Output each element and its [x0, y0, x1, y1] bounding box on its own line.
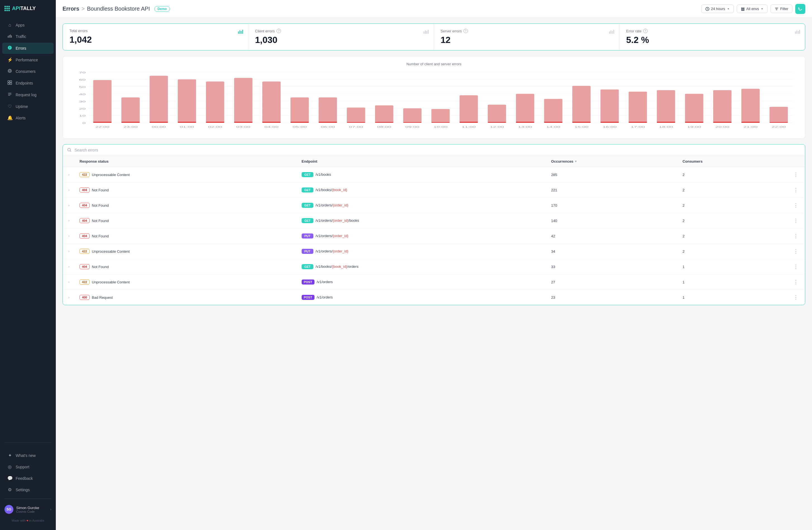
- td-response: 400 Bad Request: [75, 290, 297, 305]
- whats-new-icon: ✦: [7, 453, 12, 458]
- expand-button[interactable]: ›: [67, 218, 71, 224]
- svg-rect-69: [375, 105, 393, 123]
- td-endpoint: GET/v1/books/{book_id}/orders: [297, 259, 547, 275]
- td-consumers: 1: [678, 275, 787, 290]
- more-button[interactable]: ⋮: [791, 247, 800, 255]
- svg-rect-54: [149, 122, 168, 123]
- expand-button[interactable]: ›: [67, 172, 71, 178]
- expand-button[interactable]: ›: [67, 264, 71, 270]
- svg-rect-17: [238, 31, 239, 34]
- sidebar-item-consumers[interactable]: Consumers: [2, 66, 54, 77]
- sidebar-item-label: Performance: [16, 58, 38, 62]
- td-response: 404 Not Found: [75, 198, 297, 213]
- svg-rect-11: [8, 94, 12, 94]
- more-button[interactable]: ⋮: [791, 201, 800, 209]
- sidebar-item-whats-new[interactable]: ✦ What's new: [2, 450, 54, 461]
- method-badge: GET: [302, 264, 313, 269]
- svg-rect-85: [600, 90, 619, 123]
- th-occurrences[interactable]: Occurrences ▼: [547, 156, 678, 167]
- svg-text:50: 50: [79, 85, 86, 88]
- user-info: Simon Gurcke Cosmic Code: [16, 506, 47, 513]
- sidebar-item-uptime[interactable]: ♡ Uptime: [2, 101, 54, 112]
- sidebar-item-endpoints[interactable]: Endpoints: [2, 77, 54, 89]
- sidebar-user[interactable]: SG Simon Gurcke Cosmic Code ›: [0, 502, 56, 517]
- svg-text:12:00: 12:00: [490, 125, 504, 128]
- more-button[interactable]: ⋮: [791, 263, 800, 271]
- td-expand: ›: [63, 213, 75, 229]
- time-filter-button[interactable]: 24 hours: [701, 4, 734, 13]
- status-badge: 404: [79, 264, 90, 269]
- more-button[interactable]: ⋮: [791, 232, 800, 240]
- sidebar-item-request-log[interactable]: Request log: [2, 89, 54, 100]
- env-filter-button[interactable]: All envs: [737, 4, 768, 13]
- expand-button[interactable]: ›: [67, 248, 71, 254]
- sidebar-item-errors[interactable]: Errors: [2, 43, 54, 54]
- sidebar-item-feedback[interactable]: 💬 Feedback: [2, 473, 54, 484]
- table-row: › 404 Not Found GET/v1/books/{book_id} 2…: [63, 182, 805, 198]
- svg-text:04:00: 04:00: [264, 125, 279, 128]
- svg-rect-23: [426, 31, 427, 34]
- status-badge: 400: [79, 295, 90, 300]
- table-search-bar: [63, 145, 805, 156]
- td-endpoint: GET/v1/orders/{order_id}/books: [297, 213, 547, 229]
- layers-icon: [741, 7, 745, 11]
- error-rows: › 422 Unprocessable Content GET/v1/books…: [63, 167, 805, 305]
- more-button[interactable]: ⋮: [791, 186, 800, 194]
- td-endpoint: PUT/v1/orders/{order_id}: [297, 244, 547, 259]
- status-label: Bad Request: [92, 295, 113, 299]
- info-icon: ?: [643, 29, 648, 33]
- svg-point-124: [68, 148, 71, 151]
- sidebar-item-support[interactable]: ◎ Support: [2, 461, 54, 472]
- svg-rect-87: [629, 92, 647, 123]
- td-response: 404 Not Found: [75, 182, 297, 198]
- more-button[interactable]: ⋮: [791, 217, 800, 225]
- svg-rect-76: [460, 122, 478, 123]
- chart-title: Number of client and server errors: [68, 62, 799, 66]
- svg-rect-24: [428, 30, 429, 34]
- sidebar-item-performance[interactable]: ⚡ Performance: [2, 54, 54, 65]
- endpoint-path: /v1/orders/: [316, 218, 333, 223]
- td-expand: ›: [63, 182, 75, 198]
- svg-rect-65: [319, 97, 337, 123]
- sidebar-item-settings[interactable]: ⚙ Settings: [2, 484, 54, 495]
- td-occurrences: 42: [547, 229, 678, 244]
- filter-button[interactable]: Filter: [770, 4, 793, 13]
- consumers-icon: [7, 69, 12, 74]
- expand-button[interactable]: ›: [67, 294, 71, 300]
- sidebar-item-label: Consumers: [16, 69, 36, 74]
- expand-button[interactable]: ›: [67, 279, 71, 285]
- svg-rect-79: [516, 94, 534, 123]
- expand-button[interactable]: ›: [67, 187, 71, 193]
- td-expand: ›: [63, 198, 75, 213]
- breadcrumb-api-name: Boundless Bookstore API: [87, 5, 150, 12]
- expand-button[interactable]: ›: [67, 233, 71, 239]
- td-consumers: 2: [678, 244, 787, 259]
- td-occurrences: 221: [547, 182, 678, 198]
- status-label: Unprocessable Content: [92, 249, 130, 253]
- total-errors-value: 1,042: [70, 34, 241, 45]
- stat-total-errors: Total errors 1,042: [63, 24, 248, 50]
- svg-rect-84: [572, 122, 591, 123]
- search-input[interactable]: [74, 148, 800, 152]
- home-icon: ⌂: [7, 23, 12, 28]
- td-occurrences: 285: [547, 167, 678, 182]
- svg-rect-82: [544, 122, 563, 123]
- refresh-button[interactable]: [795, 4, 805, 14]
- svg-text:16:00: 16:00: [603, 125, 617, 128]
- sidebar-item-apps[interactable]: ⌂ Apps: [2, 20, 54, 30]
- sidebar-item-traffic[interactable]: Traffic: [2, 31, 54, 42]
- more-button[interactable]: ⋮: [791, 171, 800, 179]
- sidebar-item-alerts[interactable]: 🔔 Alerts: [2, 113, 54, 123]
- more-button[interactable]: ⋮: [791, 278, 800, 286]
- svg-rect-15: [741, 9, 744, 10]
- svg-rect-58: [206, 122, 224, 123]
- search-icon: [67, 148, 72, 152]
- svg-text:10:00: 10:00: [434, 125, 448, 128]
- svg-rect-97: [770, 107, 788, 123]
- more-button[interactable]: ⋮: [791, 293, 800, 301]
- sidebar-item-label: Support: [16, 465, 29, 469]
- request-log-icon: [7, 92, 12, 98]
- expand-button[interactable]: ›: [67, 202, 71, 208]
- method-badge: PUT: [302, 249, 313, 254]
- svg-rect-22: [425, 30, 426, 34]
